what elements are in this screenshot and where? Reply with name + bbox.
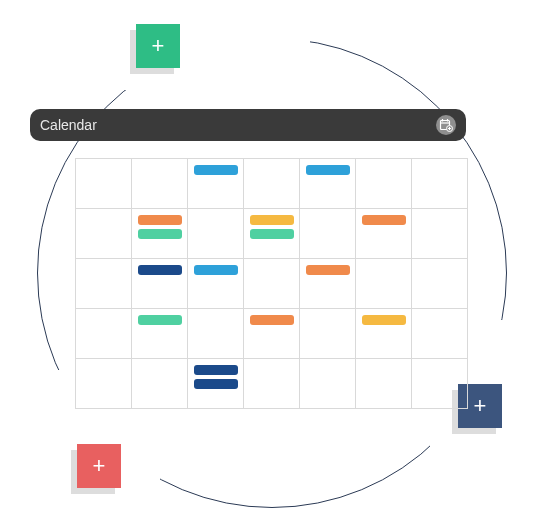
calendar-cell[interactable] xyxy=(244,309,300,359)
calendar-cell[interactable] xyxy=(412,309,468,359)
event-pill[interactable] xyxy=(362,215,406,225)
calendar-glyph xyxy=(439,118,453,132)
calendar-cell[interactable] xyxy=(132,259,188,309)
event-pill[interactable] xyxy=(138,229,182,239)
event-pill[interactable] xyxy=(138,215,182,225)
calendar-cell[interactable] xyxy=(76,359,132,409)
calendar-cell[interactable] xyxy=(244,359,300,409)
calendar-cell[interactable] xyxy=(244,209,300,259)
event-pill[interactable] xyxy=(306,265,350,275)
plus-icon: + xyxy=(474,393,487,419)
calendar-cell[interactable] xyxy=(356,209,412,259)
calendar-cell[interactable] xyxy=(188,259,244,309)
calendar-cell[interactable] xyxy=(132,159,188,209)
calendar-header: Calendar xyxy=(30,109,466,141)
calendar-cell[interactable] xyxy=(300,159,356,209)
calendar-cell[interactable] xyxy=(188,309,244,359)
plus-icon: + xyxy=(93,453,106,479)
calendar-cell[interactable] xyxy=(76,309,132,359)
calendar-cell[interactable] xyxy=(132,209,188,259)
event-pill[interactable] xyxy=(250,215,294,225)
calendar-cell[interactable] xyxy=(132,359,188,409)
event-pill[interactable] xyxy=(362,315,406,325)
event-pill[interactable] xyxy=(138,315,182,325)
event-pill[interactable] xyxy=(250,229,294,239)
calendar-cell[interactable] xyxy=(412,359,468,409)
add-tile-green[interactable]: + xyxy=(136,24,180,68)
calendar-cell[interactable] xyxy=(300,259,356,309)
event-pill[interactable] xyxy=(194,165,238,175)
add-tile-red[interactable]: + xyxy=(77,444,121,488)
event-pill[interactable] xyxy=(138,265,182,275)
calendar-cell[interactable] xyxy=(244,159,300,209)
calendar-cell[interactable] xyxy=(356,259,412,309)
calendar-grid xyxy=(75,158,468,409)
calendar-title: Calendar xyxy=(40,117,436,133)
calendar-cell[interactable] xyxy=(188,159,244,209)
calendar-cell[interactable] xyxy=(300,209,356,259)
calendar-cell[interactable] xyxy=(300,309,356,359)
calendar-cell[interactable] xyxy=(300,359,356,409)
calendar-cell[interactable] xyxy=(76,209,132,259)
event-pill[interactable] xyxy=(194,265,238,275)
calendar-cell[interactable] xyxy=(188,359,244,409)
calendar-cell[interactable] xyxy=(132,309,188,359)
event-pill[interactable] xyxy=(250,315,294,325)
calendar-cell[interactable] xyxy=(244,259,300,309)
event-pill[interactable] xyxy=(306,165,350,175)
calendar-cell[interactable] xyxy=(76,159,132,209)
calendar-cell[interactable] xyxy=(76,259,132,309)
calendar-cell[interactable] xyxy=(188,209,244,259)
calendar-cell[interactable] xyxy=(412,259,468,309)
event-pill[interactable] xyxy=(194,365,238,375)
calendar-cell[interactable] xyxy=(356,359,412,409)
event-pill[interactable] xyxy=(194,379,238,389)
calendar-cell[interactable] xyxy=(412,159,468,209)
calendar-cell[interactable] xyxy=(356,309,412,359)
calendar-cell[interactable] xyxy=(356,159,412,209)
plus-icon: + xyxy=(152,33,165,59)
calendar-cell[interactable] xyxy=(412,209,468,259)
calendar-add-icon[interactable] xyxy=(436,115,456,135)
